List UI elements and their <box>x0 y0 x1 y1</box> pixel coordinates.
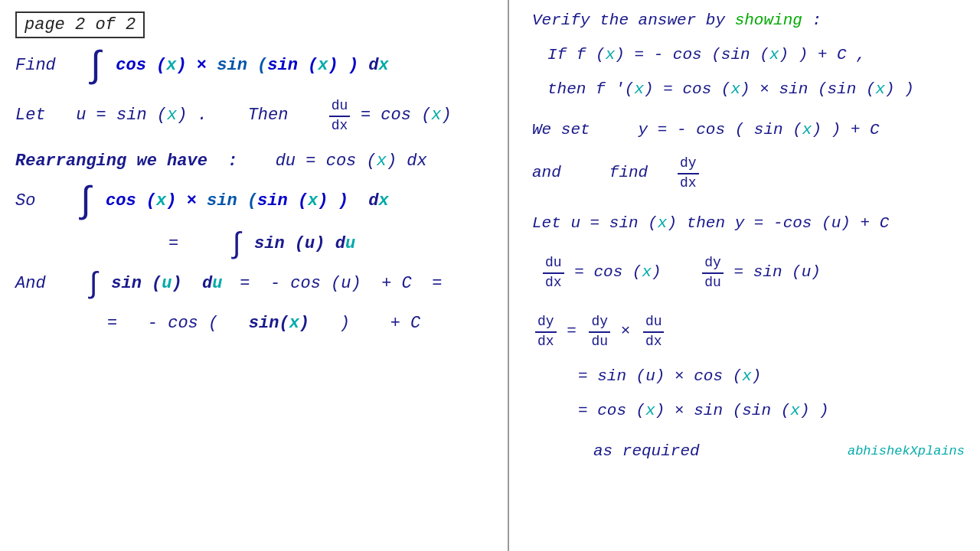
du-numer2: du <box>543 255 564 274</box>
branding-label: abhishekXplains <box>848 444 965 458</box>
chain-dy: dy <box>535 314 557 333</box>
integral-symbol-3: ∫ <box>228 233 246 256</box>
then-label: then f '( <box>547 80 634 98</box>
sin-u-du-u: u <box>345 234 355 253</box>
let-u-then: ) then y = -cos (u) + C <box>667 214 889 232</box>
if-x: x <box>606 46 616 64</box>
we-set-x: x <box>802 121 812 139</box>
du-dx-right: du dx <box>532 266 574 280</box>
step1-block: = sin (u) × cos (x) <box>532 367 965 385</box>
if-f-block: If f (x) = - cos (sin (x) ) + C , <box>532 46 965 64</box>
let-close: ) . Then <box>177 106 318 125</box>
final-rest: ) + C <box>329 314 420 333</box>
then-last: ) ) <box>885 80 914 98</box>
step2-x2: x <box>790 402 800 419</box>
dy-numer: dy <box>678 155 699 174</box>
equals-sin-integral-block: = ∫ sin (u) du <box>15 233 492 256</box>
if-rest: ) = - cos (sin ( <box>615 46 769 64</box>
step2-block: = cos (x) × sin (sin (x) ) <box>532 402 965 419</box>
step1-label: = sin (u) × cos ( <box>578 367 742 385</box>
showing-word: showing <box>735 11 802 29</box>
we-set-label: We set y = - cos ( sin ( <box>532 121 802 139</box>
if-close: ) ) + C , <box>779 46 865 64</box>
find-expr: cos (x) × sin (sin (x) ) dx <box>116 56 388 75</box>
rearranging-label: Rearranging we have : <box>15 152 268 171</box>
chain-du-dx-frac: du dx <box>643 314 665 350</box>
and-find-block: and find dy dx <box>532 155 965 191</box>
then-x: x <box>634 80 644 98</box>
integral-symbol-1: ∫ <box>85 52 107 81</box>
we-set-close: ) ) + C <box>812 121 879 139</box>
dx-denom: dx <box>329 117 351 135</box>
so-label: So <box>15 191 66 210</box>
as-required-block: as required abhishekXplains <box>532 442 965 460</box>
step2-label: = cos ( <box>578 402 645 419</box>
derivatives-block: du dx = cos (x) dy du = sin (u) <box>532 255 965 291</box>
and-integral-block: And ∫ sin (u) du = - cos (u) + C = <box>15 273 492 296</box>
chain-du2: du <box>643 314 665 333</box>
dy-du-sinu: = sin (u) <box>733 263 820 281</box>
let-x: x <box>167 106 177 125</box>
verify-heading-block: Verify the answer by showing : <box>532 11 965 29</box>
we-set-block: We set y = - cos ( sin (x) ) + C <box>532 121 965 139</box>
let-u-right-block: Let u = sin (x) then y = -cos (u) + C <box>532 214 965 232</box>
chain-dy-dx: dy dx <box>535 314 557 350</box>
then-x3: x <box>876 80 886 98</box>
dy-du-frac: dy du <box>702 255 724 291</box>
as-required-label: as required <box>532 442 700 460</box>
and-du: ) d <box>172 275 212 294</box>
final-x: x <box>289 314 299 333</box>
equals-cosx: = cos ( <box>361 106 431 125</box>
du-dx-cosx: = cos ( <box>574 263 642 281</box>
then-x2: x <box>730 80 740 98</box>
and-equals: = - cos (u) + C = <box>230 275 442 294</box>
and-label: And <box>15 275 76 294</box>
then-f-prime-block: then f '(x) = cos (x) × sin (sin (x) ) <box>532 80 965 98</box>
sin-u-du-label: sin (u) d <box>254 234 345 253</box>
find-label: Find <box>15 56 76 75</box>
and-find-label: and find <box>532 164 667 181</box>
chain-dx: dx <box>535 333 557 350</box>
step2-x: x <box>645 402 655 419</box>
du-dx-fraction: du dx <box>329 98 351 134</box>
chain-times-label: × <box>621 322 640 340</box>
du-numer: du <box>329 98 351 117</box>
du-denom: du <box>702 274 724 292</box>
let-label: Let u = sin ( <box>15 106 167 125</box>
step2-rest: ) × sin (sin ( <box>655 402 790 419</box>
let-u-block: Let u = sin (x) . Then du dx = cos (x) <box>15 98 492 134</box>
so-expr: cos (x) × sin (sin (x) ) dx <box>106 191 389 210</box>
final-close-paren: ) <box>299 314 330 333</box>
and-du-u: u <box>212 275 222 294</box>
verify-text: Verify the answer by <box>532 11 735 29</box>
rearranging-dx: ) dx <box>387 152 427 171</box>
chain-eq1: = <box>567 322 586 340</box>
if-x2: x <box>769 46 779 64</box>
find-integral-block: Find ∫ cos (x) × sin (sin (x) ) dx <box>15 52 492 81</box>
then-close: ) × sin (sin ( <box>740 80 875 98</box>
step2-close: ) ) <box>800 402 829 419</box>
let-u-right: Let u = sin ( <box>532 214 658 232</box>
integral-symbol-2: ∫ <box>75 187 97 217</box>
if-fx-line: If f ( <box>547 46 606 64</box>
du-dx-frac-right: du dx <box>543 255 564 291</box>
chain-dy-du-frac: dy du <box>589 314 610 350</box>
final-sin-x: sin( <box>239 314 289 333</box>
and-sin-u-du: sin ( <box>111 275 162 294</box>
right-panel: Verify the answer by showing : If f (x) … <box>509 0 980 551</box>
final-answer-block: = - cos ( sin(x) ) + C <box>15 314 492 333</box>
dy-du-right: dy du <box>699 266 733 280</box>
step1-close: ) <box>752 367 762 385</box>
rearranging-x: x <box>377 152 387 171</box>
chain-rule-block: dy dx = dy du × du dx <box>532 314 965 350</box>
let-u-x: x <box>658 214 668 232</box>
final-equals: = - cos ( <box>107 314 239 333</box>
dx-denom2: dx <box>678 174 699 192</box>
du-dx-x: x <box>642 263 652 281</box>
chain-dy2: dy <box>589 314 610 333</box>
so-integral-block: So ∫ cos (x) × sin (sin (x) ) dx <box>15 187 492 217</box>
du-dx-close: ) <box>652 263 662 281</box>
cosx-close: ) <box>442 106 452 125</box>
page-label: page 2 of 2 <box>15 11 145 38</box>
then-rest: ) = cos ( <box>644 80 730 98</box>
